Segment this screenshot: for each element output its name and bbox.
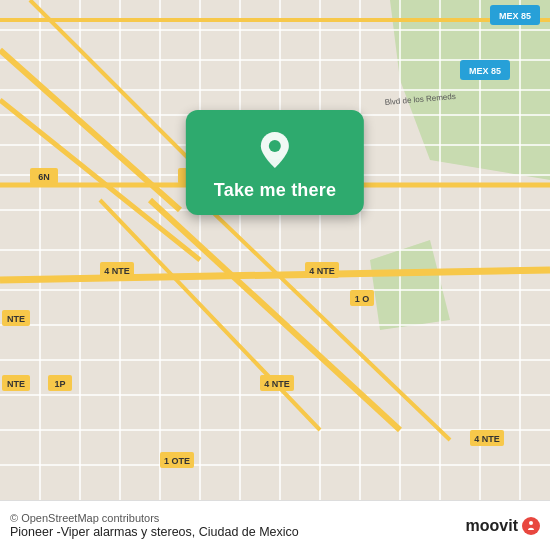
location-card[interactable]: Take me there [186,110,364,215]
svg-text:4 NTE: 4 NTE [104,266,130,276]
svg-text:1P: 1P [54,379,65,389]
take-me-there-button-label: Take me there [214,180,336,201]
moovit-wordmark: moovit [466,517,518,535]
svg-text:4 NTE: 4 NTE [264,379,290,389]
location-pin-icon [253,128,297,172]
svg-text:MEX 85: MEX 85 [499,11,531,21]
bottom-left-info: © OpenStreetMap contributors Pioneer -Vi… [10,512,299,539]
moovit-logo[interactable]: moovit [466,517,540,535]
svg-point-67 [269,140,281,152]
svg-text:1 OTE: 1 OTE [164,456,190,466]
svg-text:NTE: NTE [7,314,25,324]
svg-text:1 O: 1 O [355,294,370,304]
osm-copyright: © OpenStreetMap contributors [10,512,299,524]
map-container: MEX 85 MEX 85 6N 6N 4 NTE 4 NTE NTE 1 O … [0,0,550,500]
svg-text:NTE: NTE [7,379,25,389]
svg-point-68 [529,521,533,525]
svg-text:6N: 6N [38,172,50,182]
map-background: MEX 85 MEX 85 6N 6N 4 NTE 4 NTE NTE 1 O … [0,0,550,500]
place-info: Pioneer -Viper alarmas y stereos, Ciudad… [10,525,299,539]
svg-text:4 NTE: 4 NTE [309,266,335,276]
svg-text:MEX 85: MEX 85 [469,66,501,76]
svg-text:4 NTE: 4 NTE [474,434,500,444]
moovit-dot-icon [522,517,540,535]
bottom-bar: © OpenStreetMap contributors Pioneer -Vi… [0,500,550,550]
